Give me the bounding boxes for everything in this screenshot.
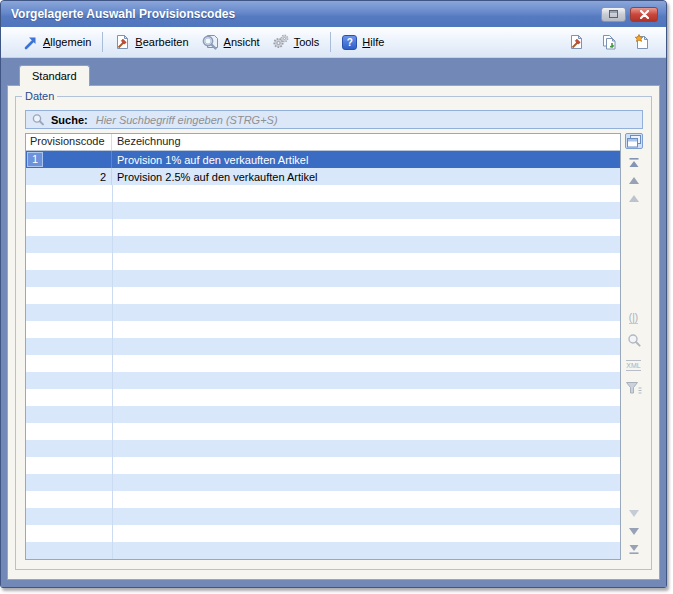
cell-name: Provision 2.5% auf den verkauften Artike… — [112, 171, 620, 183]
grid-side-toolbar: (|) XML — [621, 133, 643, 560]
search-label: Suche: — [51, 114, 88, 126]
edit-record-button[interactable] — [566, 32, 586, 52]
restore-button[interactable] — [601, 7, 626, 22]
page-down-icon — [629, 528, 639, 535]
cell-code: 2 — [26, 168, 112, 185]
search-bar[interactable]: Suche: — [25, 110, 643, 129]
toolbar-separator — [330, 32, 331, 52]
row-up-icon — [629, 195, 639, 202]
daten-groupbox: Daten Suche: Provisionscode Beze — [15, 96, 652, 570]
menu-label: Bearbeiten — [135, 36, 188, 48]
copy-record-button[interactable] — [599, 32, 619, 52]
edit-document-icon — [114, 34, 130, 50]
groupbox-label: Daten — [22, 90, 57, 102]
grid-tools: (|) XML — [626, 313, 642, 398]
gears-icon — [272, 34, 289, 50]
menu-label: Tools — [294, 36, 320, 48]
toolbar-separator — [102, 32, 103, 52]
magnifier-document-icon — [201, 34, 219, 50]
menu-bearbeiten[interactable]: Bearbeiten — [108, 32, 194, 52]
row-down-icon — [629, 510, 639, 517]
restore-icon — [609, 10, 618, 18]
scroll-end-button[interactable] — [626, 542, 642, 556]
row-down-button[interactable] — [626, 506, 642, 520]
empty-rows-area — [26, 185, 620, 559]
fit-width-icon[interactable]: (|) — [629, 313, 638, 324]
row-up-button[interactable] — [626, 191, 642, 205]
grid-scroll-down-group — [626, 504, 642, 560]
filter-icon — [626, 382, 642, 394]
table-row[interactable]: 2 Provision 2.5% auf den verkauften Arti… — [26, 168, 620, 185]
column-chooser-icon — [627, 135, 641, 148]
new-record-button[interactable] — [632, 32, 652, 52]
page-down-button[interactable] — [626, 524, 642, 538]
cell-name: Provision 1% auf den verkauften Artikel — [112, 154, 620, 166]
page-up-icon — [629, 177, 639, 184]
data-grid: Provisionscode Bezeichnung 1 Provision 1… — [25, 133, 621, 560]
search-icon — [627, 333, 641, 347]
menu-label: Allgemein — [43, 36, 91, 48]
tab-strip: Standard — [7, 64, 660, 85]
arrow-up-right-icon — [23, 35, 38, 50]
window-controls — [601, 7, 658, 22]
edit-record-icon — [568, 34, 584, 50]
menu-allgemein[interactable]: Allgemein — [17, 33, 97, 52]
column-separator — [112, 185, 113, 559]
menu-hilfe[interactable]: ? Hilfe — [336, 33, 390, 52]
search-icon — [31, 113, 45, 126]
table-row-selected[interactable]: 1 Provision 1% auf den verkauften Artike… — [26, 151, 620, 168]
focused-cell: 1 — [27, 152, 43, 167]
grid-header: Provisionscode Bezeichnung — [26, 134, 620, 151]
grid-search-button[interactable] — [627, 333, 641, 351]
filter-button[interactable] — [626, 380, 642, 398]
column-header-provisionscode[interactable]: Provisionscode — [26, 134, 112, 150]
cell-code: 1 — [26, 151, 112, 168]
scroll-top-icon — [629, 158, 639, 167]
column-chooser-button[interactable] — [625, 133, 643, 149]
menu-label: Hilfe — [362, 36, 384, 48]
close-button[interactable] — [630, 7, 658, 22]
menu-ansicht[interactable]: Ansicht — [195, 32, 266, 52]
toolbar: Allgemein Bearbeiten Ansicht — [1, 27, 666, 58]
xml-export-icon[interactable]: XML — [626, 360, 640, 371]
titlebar[interactable]: Vorgelagerte Auswahl Provisionscodes — [1, 1, 666, 27]
page-up-button[interactable] — [626, 173, 642, 187]
grid-area: Provisionscode Bezeichnung 1 Provision 1… — [25, 133, 643, 560]
tab-standard[interactable]: Standard — [19, 65, 90, 86]
window-title: Vorgelagerte Auswahl Provisionscodes — [11, 7, 601, 21]
scroll-end-icon — [629, 545, 639, 554]
window-body: Standard Daten Suche: — [1, 58, 666, 587]
scroll-top-button[interactable] — [626, 155, 642, 169]
copy-record-icon — [601, 34, 618, 51]
close-icon — [640, 10, 649, 19]
column-header-bezeichnung[interactable]: Bezeichnung — [112, 134, 620, 150]
menu-tools[interactable]: Tools — [266, 32, 326, 52]
help-icon: ? — [342, 35, 357, 50]
search-input[interactable] — [94, 112, 637, 127]
app-window: Vorgelagerte Auswahl Provisionscodes All — [0, 0, 667, 588]
new-record-icon — [634, 34, 650, 50]
menu-label: Ansicht — [224, 36, 260, 48]
toolbar-right-icons — [566, 32, 656, 52]
tab-panel: Daten Suche: Provisionscode Beze — [7, 85, 660, 580]
